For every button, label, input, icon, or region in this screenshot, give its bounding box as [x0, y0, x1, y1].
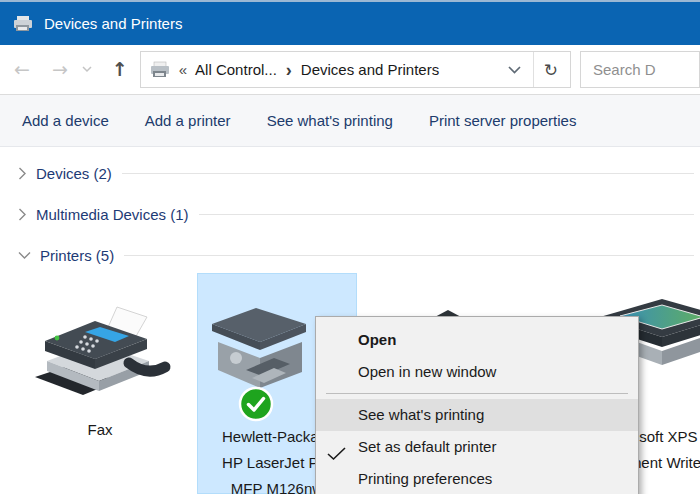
group-divider-line [122, 173, 694, 174]
group-label[interactable]: Printers (5) [40, 247, 114, 264]
default-printer-badge [238, 386, 274, 426]
refresh-icon[interactable]: ↻ [544, 60, 562, 80]
menu-separator [326, 393, 628, 394]
fax-machine-icon [25, 305, 175, 405]
tile-label[interactable]: Fax [20, 421, 180, 438]
address-bar[interactable]: « All Control... › Devices and Printers … [140, 51, 571, 88]
command-toolbar: Add a device Add a printer See what's pr… [0, 95, 700, 147]
items-view: Devices (2) Multimedia Devices (1) Print… [0, 147, 700, 268]
chevron-down-icon[interactable] [18, 251, 31, 260]
print-server-properties-button[interactable]: Print server properties [429, 112, 577, 129]
group-label[interactable]: Devices (2) [36, 165, 112, 182]
menu-item-set-as-default-printer[interactable]: Set as default printer [316, 431, 638, 463]
forward-icon[interactable]: → [52, 60, 68, 79]
breadcrumb-overflow-icon[interactable]: « [179, 61, 187, 78]
menu-item-label: Set as default printer [358, 438, 496, 455]
recent-locations-chevron-icon[interactable] [82, 66, 92, 73]
context-menu: Open Open in new window See what's print… [315, 316, 639, 494]
add-a-device-button[interactable]: Add a device [22, 112, 109, 129]
breadcrumb-current[interactable]: Devices and Printers [301, 61, 439, 78]
up-icon[interactable]: ↑ [112, 60, 128, 79]
navigation-bar: ← → ↑ « All Control... › Devices and Pri… [0, 45, 700, 95]
address-divider [533, 52, 534, 87]
add-a-printer-button[interactable]: Add a printer [145, 112, 231, 129]
chevron-right-icon[interactable] [18, 208, 27, 221]
printer-window-icon [12, 15, 34, 33]
group-multimedia-devices[interactable]: Multimedia Devices (1) [18, 201, 694, 227]
menu-item-open-in-new-window[interactable]: Open in new window [316, 356, 638, 388]
group-divider-line [124, 255, 694, 256]
address-printer-icon [149, 61, 171, 79]
tile-fax[interactable]: Fax [20, 273, 180, 493]
chevron-right-icon[interactable] [18, 167, 27, 180]
group-printers[interactable]: Printers (5) [18, 242, 694, 268]
see-whats-printing-button[interactable]: See what's printing [267, 112, 393, 129]
group-divider-line [199, 214, 694, 215]
titlebar: Devices and Printers [0, 0, 700, 45]
window-title: Devices and Printers [44, 15, 182, 32]
back-icon[interactable]: ← [14, 60, 30, 79]
devices-and-printers-window: Devices and Printers ← → ↑ « All Control… [0, 0, 700, 494]
group-devices[interactable]: Devices (2) [18, 160, 694, 186]
breadcrumb-all-control-panel[interactable]: All Control... [195, 61, 277, 78]
menu-item-open[interactable]: Open [316, 324, 638, 356]
search-input[interactable] [580, 51, 700, 88]
breadcrumb-separator-icon[interactable]: › [286, 61, 292, 79]
menu-item-see-whats-printing[interactable]: See what's printing [316, 399, 638, 431]
address-dropdown-chevron-icon[interactable] [508, 66, 521, 74]
group-label[interactable]: Multimedia Devices (1) [36, 206, 189, 223]
menu-item-printing-preferences[interactable]: Printing preferences [316, 463, 638, 494]
